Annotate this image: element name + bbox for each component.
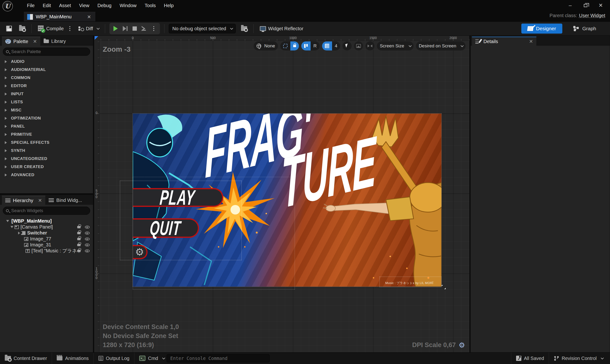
- browse-content-button[interactable]: [17, 25, 27, 32]
- hierarchy-search-input[interactable]: [11, 208, 87, 213]
- all-saved-button[interactable]: All Saved: [511, 352, 549, 364]
- tree-row-image-31[interactable]: Image_31: [0, 242, 93, 248]
- flip-preview-button[interactable]: [365, 41, 374, 51]
- lock-icon[interactable]: [77, 226, 81, 228]
- select-tool-button[interactable]: [343, 41, 352, 51]
- hierarchy-search[interactable]: [3, 207, 90, 215]
- parent-class-link[interactable]: User Widget: [579, 13, 605, 18]
- unreal-logo-icon[interactable]: U: [2, 1, 13, 12]
- skip-to-end-button[interactable]: [140, 24, 149, 33]
- screen-size-dropdown[interactable]: Screen Size: [377, 41, 413, 51]
- menu-debug[interactable]: Debug: [94, 0, 116, 11]
- lock-icon[interactable]: [77, 232, 81, 234]
- palette-search-input[interactable]: [11, 49, 87, 54]
- outline-toggle-button[interactable]: [280, 41, 290, 51]
- diff-button[interactable]: Diff: [77, 25, 101, 33]
- close-icon[interactable]: ✕: [38, 198, 42, 203]
- output-log-button[interactable]: Output Log: [94, 352, 134, 364]
- palette-category-user-created[interactable]: USER CREATED: [0, 163, 93, 171]
- palette-category-editor[interactable]: EDITOR: [0, 82, 93, 90]
- preview-background-button[interactable]: [354, 41, 363, 51]
- collapse-arrow-icon[interactable]: [11, 226, 13, 228]
- dpi-settings-gear-icon[interactable]: ⚙: [459, 341, 465, 349]
- tree-row-canvas-panel[interactable]: [Canvas Panel]: [0, 224, 93, 230]
- tree-row-text-music[interactable]: [Text] "Music : プラネット..: [0, 248, 93, 254]
- animations-button[interactable]: Animations: [52, 352, 94, 364]
- tab-details[interactable]: Details ✕: [472, 37, 536, 46]
- widget-reflector-button[interactable]: Widget Reflector: [258, 25, 305, 33]
- palette-category-misc[interactable]: MISC: [0, 106, 93, 114]
- revision-control-dropdown[interactable]: Revision Control: [549, 352, 608, 364]
- lock-icon[interactable]: [77, 244, 81, 246]
- collapse-arrow-icon[interactable]: [6, 220, 9, 222]
- palette-category-common[interactable]: COMMON: [0, 74, 93, 82]
- palette-category-synth[interactable]: SYNTH: [0, 147, 93, 155]
- frame-skip-button[interactable]: [121, 24, 129, 33]
- menu-file[interactable]: File: [23, 0, 39, 11]
- widget-preview-canvas[interactable]: FRAG' TURE Play Quit ⚙ Music : プラネットx by…: [133, 114, 442, 287]
- debug-object-select[interactable]: No debug object selected: [169, 24, 236, 33]
- grid-snap-button[interactable]: [322, 41, 332, 51]
- tree-row-image-77[interactable]: Image_77: [0, 236, 93, 242]
- tab-hierarchy[interactable]: Hierarchy ✕: [2, 196, 45, 205]
- content-drawer-button[interactable]: Content Drawer: [0, 352, 52, 364]
- minimize-icon[interactable]: –: [566, 2, 574, 9]
- compile-button[interactable]: ✓ Compile: [36, 24, 66, 33]
- tab-library[interactable]: Library: [40, 37, 69, 46]
- graph-mode-button[interactable]: Graph: [573, 26, 596, 31]
- tree-row-switcher[interactable]: Switcher: [0, 230, 93, 236]
- visibility-eye-icon[interactable]: [85, 238, 90, 240]
- play-menu-button[interactable]: Play: [133, 188, 223, 207]
- lock-icon[interactable]: [77, 238, 81, 240]
- lock-icon[interactable]: [77, 250, 81, 252]
- menu-view[interactable]: View: [75, 0, 94, 11]
- lock-widgets-button[interactable]: [290, 41, 299, 51]
- localization-preview-button[interactable]: None: [254, 41, 278, 51]
- menu-window[interactable]: Window: [116, 0, 141, 11]
- expand-arrow-icon[interactable]: [18, 232, 20, 234]
- visibility-eye-icon[interactable]: [85, 244, 90, 247]
- palette-category-input[interactable]: INPUT: [0, 90, 93, 98]
- palette-category-primitive[interactable]: PRIMITIVE: [0, 130, 93, 139]
- visibility-eye-icon[interactable]: [85, 249, 90, 252]
- browse-debug-button[interactable]: [239, 25, 249, 32]
- tab-bind-widgets[interactable]: Bind Widg...: [45, 196, 85, 205]
- menu-tools[interactable]: Tools: [141, 0, 160, 11]
- menu-asset[interactable]: Asset: [55, 0, 75, 11]
- palette-category-lists[interactable]: LISTS: [0, 98, 93, 106]
- save-button[interactable]: [4, 24, 14, 33]
- r-toggle-button[interactable]: R: [311, 41, 320, 51]
- desired-on-screen-dropdown[interactable]: Desired on Screen: [416, 41, 466, 51]
- console-command-input[interactable]: [167, 354, 270, 362]
- grid-size-button[interactable]: 4: [332, 41, 340, 51]
- cmd-dropdown[interactable]: >_ Cmd: [134, 352, 166, 364]
- palette-category-special-effects[interactable]: SPECIAL EFFECTS: [0, 139, 93, 147]
- visibility-eye-icon[interactable]: [85, 232, 90, 234]
- play-options-button[interactable]: [150, 24, 158, 33]
- tab-palette[interactable]: Palette ✕: [2, 37, 40, 46]
- palette-category-optimization[interactable]: OPTIMIZATION: [0, 114, 93, 122]
- settings-menu-button[interactable]: ⚙: [133, 245, 148, 259]
- resize-handle-icon[interactable]: [440, 284, 447, 290]
- close-icon[interactable]: ✕: [529, 39, 533, 44]
- respect-locks-button[interactable]: [301, 41, 311, 51]
- visibility-eye-icon[interactable]: [85, 226, 90, 229]
- quit-menu-button[interactable]: Quit: [133, 218, 199, 238]
- close-icon[interactable]: ✕: [33, 39, 37, 44]
- play-button[interactable]: [111, 24, 120, 33]
- maximize-icon[interactable]: [582, 2, 590, 9]
- palette-search[interactable]: [3, 48, 90, 56]
- stop-button[interactable]: [130, 24, 139, 33]
- tab-close-icon[interactable]: ✕: [86, 14, 92, 20]
- tree-row-root[interactable]: [WBP_MainMenu]: [0, 218, 93, 224]
- compile-options-button[interactable]: [66, 27, 74, 30]
- palette-category-audiomaterial[interactable]: AUDIOMATERIAL: [0, 66, 93, 74]
- menu-help[interactable]: Help: [160, 0, 178, 11]
- designer-viewport[interactable]: 0 500 1000 1500 2000 0 500 1000 Zoom -3 …: [94, 36, 469, 352]
- palette-category-panel[interactable]: PANEL: [0, 122, 93, 130]
- menu-edit[interactable]: Edit: [39, 0, 55, 11]
- designer-mode-button[interactable]: Designer: [521, 24, 562, 34]
- palette-category-uncategorized[interactable]: UNCATEGORIZED: [0, 155, 93, 163]
- palette-category-advanced[interactable]: ADVANCED: [0, 171, 93, 179]
- asset-tab-wbp-mainmenu[interactable]: WBP_MainMenu ✕: [24, 12, 95, 21]
